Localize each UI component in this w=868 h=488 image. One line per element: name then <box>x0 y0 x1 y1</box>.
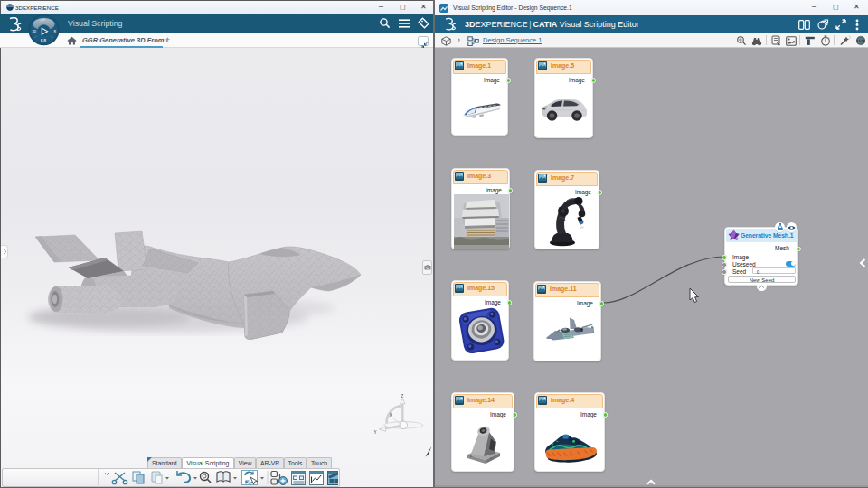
svg-text:K.R: K.R <box>41 39 47 42</box>
svg-text:R: R <box>54 30 57 33</box>
svg-text:Y: Y <box>374 430 378 435</box>
svg-text:Z: Z <box>401 394 403 399</box>
svg-text:X: X <box>389 413 392 418</box>
svg-text:3D: 3D <box>33 30 37 33</box>
